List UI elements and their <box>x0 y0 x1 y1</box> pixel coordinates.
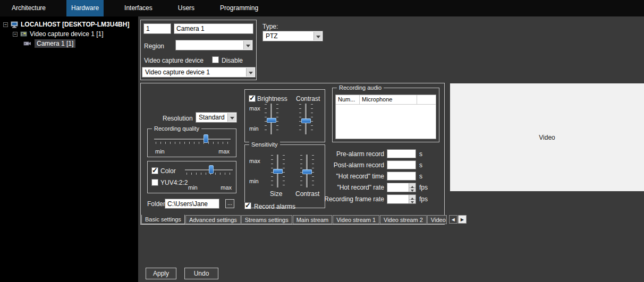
app-window: Architecture Hardware Interfaces Users P… <box>0 0 644 282</box>
sensitivity-size-slider[interactable] <box>270 153 285 189</box>
chevron-down-icon[interactable] <box>227 113 236 122</box>
camera-number-field[interactable] <box>143 23 171 34</box>
type-select[interactable]: PTZ <box>262 31 323 41</box>
collapse-icon[interactable]: − <box>3 22 8 27</box>
recording-quality-title: Recording quality <box>152 125 201 132</box>
tree-item-label-selected: Camera 1 [1] <box>35 39 75 48</box>
column-header-num[interactable]: Num... <box>336 95 360 104</box>
slider-thumb[interactable] <box>209 165 214 174</box>
color-checkbox[interactable] <box>151 167 158 174</box>
recording-audio-group: Recording audio Num... Microphone <box>332 88 439 142</box>
color-slider[interactable] <box>185 165 233 176</box>
recording-quality-group: Recording quality min max <box>147 129 236 157</box>
nav-tab-programming[interactable]: Programming <box>215 0 263 16</box>
slider-track <box>154 139 231 140</box>
tree-item-video-capture-device[interactable]: − Video capture device 1 [1] <box>0 29 138 39</box>
pre-alarm-record-field[interactable] <box>387 149 416 158</box>
tree-item-label: LOCALHOST [DESKTOP-LM3U4BH] <box>21 21 129 28</box>
spin-up-icon[interactable] <box>409 195 416 200</box>
nav-tab-architecture[interactable]: Architecture <box>7 0 50 16</box>
hot-record-time-field[interactable] <box>387 172 416 181</box>
resolution-value: Standard <box>199 114 226 121</box>
slider-ticks <box>312 155 314 187</box>
post-alarm-record-field[interactable] <box>387 160 416 169</box>
min-label: min <box>249 178 259 184</box>
video-preview-panel[interactable]: Video <box>450 83 644 191</box>
min-label: min <box>188 184 198 191</box>
camera-name-field[interactable] <box>174 23 253 34</box>
nav-tab-users[interactable]: Users <box>173 0 199 16</box>
resolution-select[interactable]: Standard <box>196 112 237 123</box>
nav-tab-interfaces[interactable]: Interfaces <box>120 0 157 16</box>
capture-device-select[interactable]: Video capture device 1 <box>142 67 256 78</box>
record-alarms-checkbox[interactable] <box>244 202 251 209</box>
hot-record-rate-stepper[interactable] <box>387 183 416 192</box>
browse-button[interactable]: ... <box>225 199 234 208</box>
slider-thumb[interactable] <box>267 118 276 123</box>
spin-up-icon[interactable] <box>409 183 416 188</box>
spin-down-icon[interactable] <box>409 200 416 204</box>
video-preview-label: Video <box>539 134 555 141</box>
tab-basic-settings[interactable]: Basic settings <box>141 215 185 224</box>
computer-icon <box>11 21 18 28</box>
post-alarm-record-label: Post-alarm record <box>299 161 384 169</box>
video-capture-device-label: Video capture device <box>144 57 204 64</box>
collapse-icon[interactable]: − <box>13 32 18 37</box>
resolution-label: Resolution <box>163 115 192 122</box>
top-navigation: Architecture Hardware Interfaces Users P… <box>0 0 644 16</box>
capture-device-value: Video capture device 1 <box>145 69 244 76</box>
slider-ticks <box>276 104 278 134</box>
recording-quality-slider[interactable] <box>154 134 231 145</box>
slider-thumb[interactable] <box>273 169 283 174</box>
min-label: min <box>155 148 165 155</box>
nav-tab-hardware[interactable]: Hardware <box>66 0 104 16</box>
post-alarm-record-unit: s <box>419 161 422 169</box>
device-tree: − LOCALHOST [DESKTOP-LM3U4BH] − Video ca… <box>0 16 138 282</box>
recording-frame-rate-stepper[interactable] <box>387 194 416 204</box>
brightness-contrast-group: Brightness Contrast max min <box>244 89 325 142</box>
hot-record-rate-label: "Hot record" rate <box>299 184 384 191</box>
record-alarms-label: Record alarms <box>254 203 295 210</box>
tab-streams-settings[interactable]: Streams settings <box>241 215 292 224</box>
slider-ticks <box>156 142 229 144</box>
tab-video-stream-3[interactable]: Video <box>427 215 447 224</box>
slider-thumb[interactable] <box>204 134 208 143</box>
apply-button[interactable]: Apply <box>146 268 176 279</box>
yuv-checkbox[interactable] <box>151 179 158 186</box>
tree-item-label: Video capture device 1 [1] <box>30 30 104 38</box>
recording-frame-rate-label: Recording frame rate <box>299 195 384 203</box>
slider-ticks <box>311 104 313 134</box>
pre-alarm-record-label: Pre-alarm record <box>299 150 384 158</box>
folder-label: Folder <box>147 200 165 208</box>
stepper-buttons <box>409 195 416 203</box>
yuv-label: YUV4:2:2 <box>160 179 188 186</box>
column-header-microphone[interactable]: Microphone <box>360 95 417 104</box>
tab-video-stream-2[interactable]: Video stream 2 <box>380 215 427 224</box>
contrast-slider[interactable] <box>299 102 313 135</box>
brightness-slider[interactable] <box>264 102 279 135</box>
audio-source-table[interactable]: Num... Microphone <box>335 95 436 139</box>
tab-video-stream-1[interactable]: Video stream 1 <box>333 215 379 224</box>
tree-item-camera[interactable]: Camera 1 [1] <box>0 39 138 48</box>
undo-button[interactable]: Undo <box>184 268 218 279</box>
chevron-down-icon[interactable] <box>313 32 322 40</box>
disable-checkbox[interactable] <box>212 56 219 63</box>
brightness-checkbox[interactable] <box>249 95 256 102</box>
type-value: PTZ <box>266 32 312 40</box>
tab-scroll-left-icon[interactable]: ◀ <box>449 215 457 224</box>
hot-record-time-unit: s <box>419 173 422 180</box>
tab-main-stream[interactable]: Main stream <box>293 215 333 224</box>
tab-scroll-right-icon[interactable]: ▶ <box>458 215 467 224</box>
brightness-label: Brightness <box>257 95 287 102</box>
hot-record-time-label: "Hot record" time <box>299 173 384 180</box>
slider-thumb[interactable] <box>301 118 311 123</box>
region-select[interactable] <box>175 40 253 50</box>
chevron-down-icon[interactable] <box>246 68 255 76</box>
tab-advanced-settings[interactable]: Advanced settings <box>185 215 241 224</box>
table-header: Num... Microphone <box>336 95 436 105</box>
tree-item-localhost[interactable]: − LOCALHOST [DESKTOP-LM3U4BH] <box>0 20 138 29</box>
color-label: Color <box>160 167 176 175</box>
folder-field[interactable] <box>165 199 219 209</box>
chevron-down-icon[interactable] <box>243 41 252 49</box>
spin-down-icon[interactable] <box>409 188 416 192</box>
